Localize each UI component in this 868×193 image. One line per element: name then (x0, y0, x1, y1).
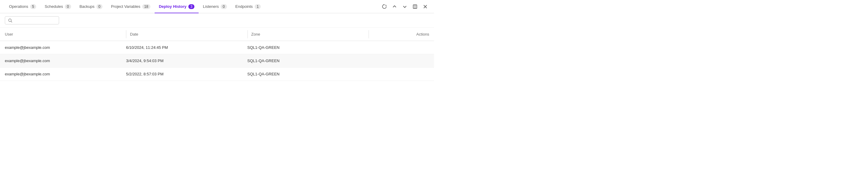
column-date: Date (126, 30, 247, 38)
deploy-history-table: User Date Zone Actions example@jbexample… (0, 28, 434, 81)
chevron-down-button[interactable] (401, 3, 409, 10)
column-zone: Zone (247, 30, 369, 38)
table-cell-actions (369, 41, 429, 54)
table-cell-actions (369, 67, 429, 81)
table-row: example@jbexample.com5/2/2022, 8:57:03 P… (0, 67, 434, 81)
search-input[interactable] (14, 18, 56, 23)
tab-backups[interactable]: Backups0 (75, 0, 107, 13)
tab-bar: Operations5Schedules0Backups0Project Var… (0, 0, 434, 13)
tab-schedules-label: Schedules (44, 4, 63, 9)
search-bar (0, 13, 434, 28)
tab-endpoints[interactable]: Endpoints1 (231, 0, 265, 13)
tab-endpoints-badge: 1 (255, 4, 261, 9)
table-row: example@jbexample.com6/10/2024, 11:24:45… (0, 41, 434, 54)
svg-rect-0 (413, 5, 417, 8)
table-body: example@jbexample.com6/10/2024, 11:24:45… (0, 41, 434, 81)
table-header: User Date Zone Actions (0, 28, 434, 41)
tab-deploy-history-label: Deploy History (159, 4, 187, 9)
column-actions: Actions (369, 30, 429, 38)
tab-listeners[interactable]: Listeners0 (198, 0, 231, 13)
tab-project-variables[interactable]: Project Variables18 (107, 0, 155, 13)
table-cell-user: example@jbexample.com (5, 41, 126, 54)
table-cell-zone: SQL1-QA-GREEN (247, 67, 369, 81)
close-button[interactable] (421, 3, 429, 10)
column-user: User (5, 30, 126, 38)
tab-backups-badge: 0 (96, 4, 103, 9)
tab-actions (380, 3, 429, 10)
table-cell-zone: SQL1-QA-GREEN (247, 54, 369, 67)
tab-project-variables-badge: 18 (142, 4, 150, 9)
svg-point-3 (9, 19, 11, 21)
table-cell-user: example@jbexample.com (5, 67, 126, 81)
chevron-up-button[interactable] (391, 3, 398, 10)
tab-operations[interactable]: Operations5 (5, 0, 40, 13)
search-icon (8, 19, 12, 23)
refresh-button[interactable] (380, 3, 388, 10)
table-cell-zone: SQL1-QA-GREEN (247, 41, 369, 54)
table-cell-date: 5/2/2022, 8:57:03 PM (126, 67, 247, 81)
table-row: example@jbexample.com3/4/2024, 9:54:03 P… (0, 54, 434, 67)
table-cell-date: 3/4/2024, 9:54:03 PM (126, 54, 247, 67)
tab-listeners-label: Listeners (203, 4, 219, 9)
tab-operations-badge: 5 (30, 4, 36, 9)
table-cell-date: 6/10/2024, 11:24:45 PM (126, 41, 247, 54)
search-wrapper (5, 16, 59, 24)
tab-schedules-badge: 0 (65, 4, 71, 9)
tab-operations-label: Operations (9, 4, 28, 9)
table-cell-user: example@jbexample.com (5, 54, 126, 67)
tab-endpoints-label: Endpoints (236, 4, 253, 9)
tab-schedules[interactable]: Schedules0 (40, 0, 75, 13)
table-cell-actions (369, 54, 429, 67)
tab-deploy-history-badge: 3 (188, 4, 195, 9)
tab-backups-label: Backups (80, 4, 95, 9)
tab-listeners-badge: 0 (221, 4, 227, 9)
tab-project-variables-label: Project Variables (111, 4, 140, 9)
tab-deploy-history[interactable]: Deploy History3 (155, 0, 198, 13)
expand-button[interactable] (411, 3, 419, 10)
svg-line-4 (11, 21, 12, 22)
